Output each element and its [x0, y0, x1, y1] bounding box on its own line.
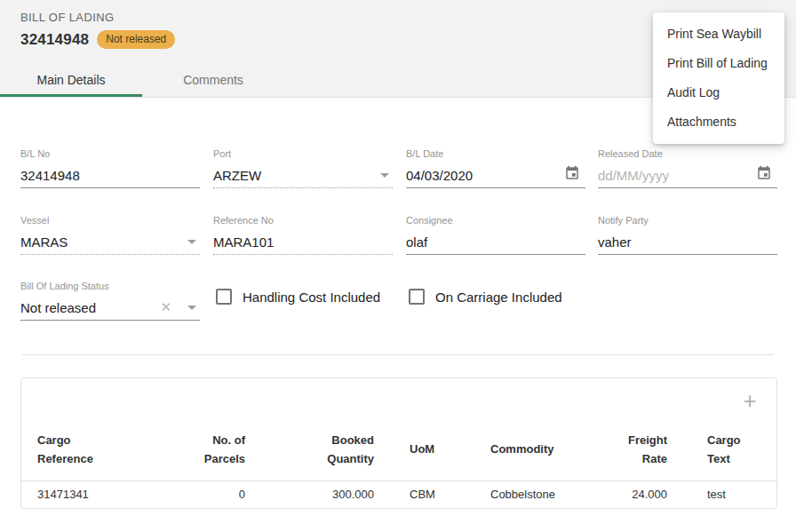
- on-carriage-checkline: On Carriage Included: [409, 288, 562, 306]
- cell-booked-quantity[interactable]: 300.000: [263, 480, 394, 508]
- handling-cost-label: Handling Cost Included: [243, 290, 380, 305]
- field-vessel: Vessel MARAS: [20, 215, 200, 255]
- port-value: ARZEW: [213, 168, 375, 183]
- cell-no-of-parcels[interactable]: 0: [199, 480, 263, 508]
- col-booked-quantity: Booked Quantity: [263, 418, 394, 480]
- menu-item-attachments[interactable]: Attachments: [653, 107, 784, 137]
- col-commodity: Commodity: [490, 418, 619, 480]
- on-carriage-checkbox[interactable]: [409, 289, 425, 305]
- menu-item-print-sea-waybill[interactable]: Print Sea Waybill: [653, 20, 784, 49]
- notify-party-label: Notify Party: [598, 215, 777, 229]
- cargo-table: Cargo Reference No. of Parcels Booked Qu…: [21, 418, 776, 508]
- menu-item-print-bill-of-lading[interactable]: Print Bill of Lading: [653, 49, 784, 78]
- bl-status-select[interactable]: Not released ✕: [20, 295, 200, 321]
- calendar-icon[interactable]: [564, 165, 580, 185]
- reference-no-label: Reference No: [213, 215, 393, 229]
- vessel-label: Vessel: [20, 215, 200, 229]
- field-bl-status: Bill Of Lading Status Not released ✕: [20, 281, 200, 321]
- handling-cost-checkbox[interactable]: [216, 289, 232, 305]
- bl-no-label: B/L No: [20, 148, 200, 163]
- released-date-label: Released Date: [598, 148, 777, 163]
- clear-icon[interactable]: ✕: [160, 299, 171, 315]
- field-bl-date: B/L Date: [406, 148, 585, 188]
- section-divider: [22, 354, 774, 355]
- col-no-of-parcels: No. of Parcels: [199, 418, 263, 480]
- bl-date-input[interactable]: [406, 168, 564, 183]
- active-tab-indicator: [0, 94, 142, 97]
- cell-cargo-text[interactable]: test: [667, 480, 776, 508]
- consignee-input[interactable]: [406, 234, 585, 250]
- cargo-card: + Cargo Reference No. of Parcels Booked …: [20, 377, 777, 509]
- bill-of-lading-page: BILL OF LADING 32414948 Not released Mai…: [0, 0, 796, 532]
- bl-status-value: Not released: [20, 300, 160, 315]
- field-bl-no: B/L No: [20, 148, 200, 188]
- col-freight-rate: Freight Rate: [619, 418, 667, 480]
- chevron-down-icon[interactable]: [187, 240, 196, 244]
- reference-no-input[interactable]: [213, 234, 393, 250]
- add-cargo-button[interactable]: +: [739, 391, 760, 412]
- cell-commodity[interactable]: Cobbelstone: [490, 480, 619, 508]
- bl-date-label: B/L Date: [406, 148, 585, 163]
- bl-no-input[interactable]: [20, 168, 200, 183]
- table-row[interactable]: 31471341 0 300.000 CBM Cobbelstone 24.00…: [21, 480, 776, 508]
- status-badge: Not released: [97, 30, 175, 49]
- vessel-value: MARAS: [20, 234, 182, 250]
- cell-uom[interactable]: CBM: [394, 480, 490, 508]
- cargo-table-header-row: Cargo Reference No. of Parcels Booked Qu…: [21, 418, 776, 480]
- bl-number: 32414948: [20, 31, 89, 49]
- port-select[interactable]: ARZEW: [213, 163, 393, 188]
- chevron-down-icon[interactable]: [380, 173, 389, 178]
- bl-number-row: 32414948 Not released: [20, 30, 175, 49]
- field-released-date: Released Date: [598, 148, 777, 188]
- notify-party-input[interactable]: [598, 234, 777, 250]
- cell-freight-rate[interactable]: 24.000: [619, 480, 667, 508]
- vessel-select[interactable]: MARAS: [20, 229, 200, 255]
- field-notify-party: Notify Party: [598, 215, 777, 255]
- tab-main-details[interactable]: Main Details: [0, 63, 142, 97]
- handling-cost-checkline: Handling Cost Included: [216, 288, 380, 306]
- bl-status-label: Bill Of Lading Status: [20, 281, 200, 295]
- col-cargo-reference: Cargo Reference: [21, 418, 199, 480]
- on-carriage-label: On Carriage Included: [435, 290, 562, 305]
- context-menu: Print Sea Waybill Print Bill of Lading A…: [653, 12, 784, 144]
- port-label: Port: [213, 148, 393, 163]
- col-cargo-text: Cargo Text: [667, 418, 776, 480]
- cell-cargo-reference[interactable]: 31471341: [21, 480, 199, 508]
- page-title: BILL OF LADING: [20, 11, 115, 24]
- tab-bar: Main Details Comments: [0, 63, 284, 97]
- calendar-icon[interactable]: [756, 165, 772, 185]
- menu-item-audit-log[interactable]: Audit Log: [653, 78, 784, 107]
- field-consignee: Consignee: [406, 215, 585, 255]
- released-date-input[interactable]: [598, 168, 756, 183]
- tab-comments[interactable]: Comments: [142, 63, 284, 97]
- col-uom: UoM: [394, 418, 490, 480]
- field-reference-no: Reference No: [213, 215, 393, 255]
- consignee-label: Consignee: [406, 215, 585, 229]
- chevron-down-icon[interactable]: [187, 306, 196, 310]
- field-port: Port ARZEW: [213, 148, 393, 188]
